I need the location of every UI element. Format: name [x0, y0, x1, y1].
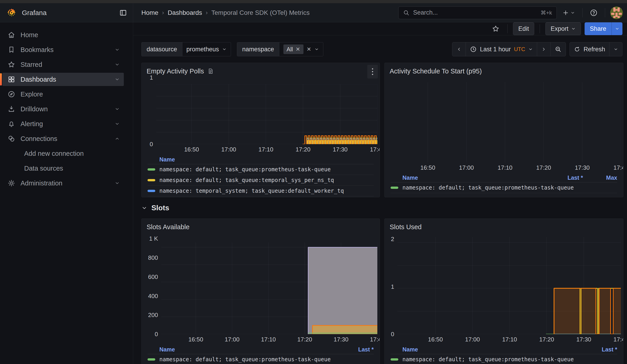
refresh-button[interactable]: Refresh	[570, 42, 609, 56]
sidebar-item-data-sources[interactable]: Data sources	[2, 162, 124, 175]
chevron-up-icon	[115, 136, 120, 141]
chevron-right-icon	[541, 47, 546, 52]
breadcrumb-home[interactable]: Home	[141, 9, 158, 16]
search-input[interactable]: Search... ⌘+k	[398, 6, 557, 19]
datasource-select[interactable]: prometheus	[182, 42, 231, 56]
panel-empty-activity-polls: Empty Activity Polls 1016:5017:0017:1017…	[141, 63, 380, 197]
breadcrumb: Home › Dashboards › Temporal Core SDK (O…	[141, 9, 310, 16]
y-tick-label: 800	[148, 254, 158, 261]
legend-series-label: namespace: default; task_queue:temporal_…	[159, 177, 334, 183]
x-tick-label: 17:10	[261, 336, 276, 343]
legend-header: NameLast *	[391, 345, 617, 354]
sidebar-item-dashboards[interactable]: Dashboards	[2, 73, 124, 86]
divider	[540, 24, 540, 33]
x-tick-label: 17:30	[334, 336, 348, 343]
breadcrumb-dashboards[interactable]: Dashboards	[168, 9, 202, 16]
share-button[interactable]: Share	[585, 22, 612, 35]
drilldown-icon	[7, 105, 15, 113]
panel-header[interactable]: Slots Used	[385, 219, 623, 233]
chevron-down-icon	[222, 47, 227, 52]
sidebar-item-drilldown[interactable]: Drilldown	[2, 103, 124, 116]
sidebar-item-bookmarks[interactable]: Bookmarks	[2, 43, 124, 56]
legend-row[interactable]: namespace: default; task_queue:prometheu…	[148, 354, 374, 364]
legend-header-max[interactable]: Max	[583, 174, 617, 181]
namespace-value-chip[interactable]: All ✕	[283, 45, 304, 54]
divider	[582, 8, 582, 17]
chevron-down-icon	[115, 181, 120, 186]
chevron-down-icon	[571, 26, 576, 31]
window-chrome-strip	[0, 0, 627, 3]
y-tick-label: 0	[391, 331, 394, 338]
legend-row[interactable]: namespace: default; task_queue:prometheu…	[148, 164, 374, 175]
help-button[interactable]	[587, 9, 600, 17]
panel-description-icon[interactable]	[208, 68, 214, 74]
chevron-down-icon	[528, 47, 533, 52]
x-tick-label: 17:30	[333, 146, 348, 153]
breadcrumb-separator: ›	[206, 9, 208, 16]
chevron-down-icon	[115, 121, 120, 126]
zoom-out-button[interactable]	[550, 42, 566, 56]
panel-title: Activity Schedule To Start (p95)	[390, 67, 482, 75]
new-menu-button[interactable]	[560, 9, 577, 16]
chevron-down-icon	[115, 47, 120, 52]
legend-row[interactable]: namespace: temporal_system; task_queue:d…	[148, 186, 374, 196]
x-tick-label: 17:20	[536, 164, 551, 171]
x-tick-label: 17:20	[296, 146, 311, 153]
plot-area[interactable]	[388, 82, 621, 162]
edit-button[interactable]: Edit	[513, 22, 534, 35]
plot-area[interactable]	[156, 84, 377, 144]
user-avatar[interactable]	[610, 6, 623, 19]
sidebar-item-alerting[interactable]: Alerting	[2, 117, 124, 130]
series-color-pill	[148, 358, 155, 361]
legend-header-last[interactable]: Last *	[540, 174, 583, 181]
legend-header-last[interactable]: Last *	[330, 346, 374, 353]
sidebar-item-connections[interactable]: Connections	[2, 132, 124, 145]
sidebar-item-add-new-connection[interactable]: Add new connection	[2, 147, 124, 160]
top-navigation-bar: Grafana Home › Dashboards › Temporal Cor…	[0, 3, 627, 22]
sidebar-toggle-icon[interactable]	[119, 9, 127, 17]
plot-area[interactable]	[161, 242, 377, 334]
breadcrumb-separator: ›	[162, 9, 164, 16]
panel-row-2: Slots Available 1 K800600400200016:5017:…	[133, 212, 627, 364]
legend-header-name[interactable]: Name	[402, 174, 540, 181]
clear-all-icon[interactable]: ✕	[307, 46, 311, 52]
legend-row[interactable]: namespace: default; task_queue:prometheu…	[391, 182, 617, 193]
grafana-logo-icon[interactable]	[7, 8, 16, 18]
refresh-interval-caret[interactable]	[609, 42, 622, 56]
x-tick-label: 17:40	[370, 336, 380, 343]
time-shift-forward-button[interactable]	[537, 42, 550, 56]
y-tick-label: 1 K	[149, 235, 158, 242]
legend-row[interactable]: namespace: default; task_queue:prometheu…	[391, 354, 617, 364]
series-color-pill	[391, 187, 398, 189]
share-menu-caret[interactable]	[612, 22, 623, 35]
time-shift-back-button[interactable]	[452, 42, 466, 56]
plot-area[interactable]	[397, 237, 621, 334]
sidebar-item-label: Add new connection	[24, 150, 120, 157]
sidebar-item-starred[interactable]: Starred	[2, 58, 124, 71]
chip-remove-icon[interactable]: ✕	[296, 46, 300, 52]
export-button[interactable]: Export	[545, 22, 581, 35]
time-range-picker[interactable]: Last 1 hour UTC	[466, 42, 537, 56]
sidebar-item-administration[interactable]: Administration	[2, 177, 124, 190]
sidebar-item-explore[interactable]: Explore	[2, 88, 124, 101]
panel-header[interactable]: Slots Available	[142, 219, 380, 233]
x-tick-label: 17:00	[221, 146, 236, 153]
legend-header-last[interactable]: Last *	[574, 346, 617, 353]
x-tick-label: 17:40	[613, 164, 623, 171]
y-axis-labels: 10	[142, 78, 153, 144]
x-axis-labels: 16:5017:0017:1017:2017:3017:40	[161, 334, 377, 345]
time-range-group: Last 1 hour UTC	[452, 42, 566, 56]
legend-header-name[interactable]: Name	[159, 156, 374, 163]
slots-section-header[interactable]: Slots	[133, 197, 627, 212]
legend-row[interactable]: namespace: default; task_queue:temporal_…	[148, 175, 374, 186]
panel-header[interactable]: Activity Schedule To Start (p95)	[385, 63, 623, 78]
sidebar-item-label: Dashboards	[20, 76, 110, 83]
namespace-select[interactable]: All ✕ ✕	[279, 42, 323, 56]
sidebar-item-home[interactable]: Home	[2, 28, 124, 42]
panel-header[interactable]: Empty Activity Polls	[142, 63, 380, 78]
favorite-star-button[interactable]	[489, 25, 502, 33]
x-tick-label: 17:40	[370, 146, 380, 153]
panel-menu-button[interactable]	[367, 65, 378, 78]
legend-header-name[interactable]: Name	[159, 346, 330, 353]
legend-header-name[interactable]: Name	[402, 346, 574, 353]
